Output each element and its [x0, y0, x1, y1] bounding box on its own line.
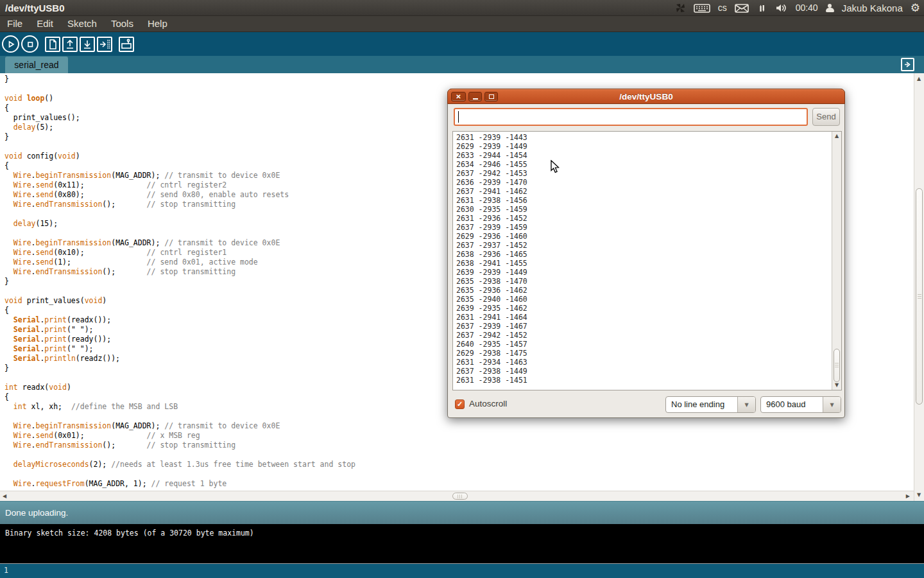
serial-monitor-window: /dev/ttyUSB0 ✕ Send 2631 -2939 -1443 262…	[447, 89, 845, 418]
right-arrow-icon	[903, 60, 912, 69]
serial-monitor-icon	[120, 38, 133, 51]
minimize-icon	[473, 98, 478, 100]
chevron-down-icon[interactable]: ▼	[737, 397, 755, 412]
console-line: Binary sketch size: 4208 bytes (of a 307…	[5, 529, 254, 538]
tab-serial-read[interactable]: serial_read	[5, 57, 68, 73]
close-button[interactable]: ✕	[451, 92, 466, 101]
user-icon	[826, 4, 834, 13]
down-arrow-icon	[81, 38, 94, 51]
session-gear-icon[interactable]: ⚙	[911, 0, 920, 16]
keyboard-layout-icon[interactable]	[694, 4, 710, 13]
focused-window-title: /dev/ttyUSB0	[5, 0, 65, 16]
menu-tools[interactable]: Tools	[104, 16, 141, 31]
code-line	[4, 469, 914, 479]
keyboard-layout-label[interactable]: cs	[718, 0, 727, 16]
code-line	[4, 450, 914, 460]
code-line: Wire.send(0x01); // x MSB reg	[4, 431, 914, 441]
code-line: Wire.beginTransmission(MAG_ADDR); // tra…	[4, 421, 914, 431]
scroll-left-icon[interactable]: ◀	[3, 494, 6, 499]
upload-arrow-icon	[98, 38, 111, 51]
volume-icon[interactable]	[775, 3, 788, 13]
menu-edit[interactable]: Edit	[30, 16, 60, 31]
upload-button[interactable]	[97, 37, 112, 52]
desktop-panel: /dev/ttyUSB0 cs	[0, 0, 924, 16]
menubar: FileEditSketchToolsHelp	[0, 16, 924, 32]
tab-menu-button[interactable]	[901, 58, 914, 71]
serial-vscroll-thumb[interactable]	[834, 349, 840, 382]
autoscroll-checkbox[interactable]: ✓	[455, 399, 465, 409]
applet-pinwheel-icon[interactable]	[675, 3, 686, 13]
menu-file[interactable]: File	[0, 16, 30, 31]
clock[interactable]: 00:40	[796, 0, 818, 16]
system-tray: cs 00:40 Jakub Kakona ⚙	[675, 0, 920, 16]
editor-hscrollbar[interactable]: ◀ ▶	[0, 491, 914, 501]
serial-input[interactable]	[454, 108, 808, 126]
serial-monitor-title: /dev/ttyUSB0	[448, 89, 844, 105]
code-line: Wire.endTransmission(); // stop transmit…	[4, 441, 914, 450]
new-file-icon	[46, 38, 59, 51]
code-line: Wire.requestFrom(MAG_ADDR, 1); // reques…	[4, 479, 914, 489]
open-sketch-button[interactable]	[62, 37, 78, 52]
scroll-down-icon[interactable]: ▼	[835, 383, 839, 388]
up-arrow-icon	[64, 38, 76, 51]
serial-monitor-button[interactable]	[119, 37, 134, 52]
stop-icon	[26, 40, 35, 49]
autoscroll-label[interactable]: Autoscroll	[469, 399, 507, 408]
scroll-right-icon[interactable]: ▶	[906, 494, 910, 499]
send-button[interactable]: Send	[812, 108, 840, 126]
save-sketch-button[interactable]	[80, 37, 95, 52]
status-bar: Done uploading.	[0, 501, 924, 524]
code-line: delayMicroseconds(2); //needs at least 1…	[4, 460, 914, 469]
baud-rate-value: 9600 baud	[761, 397, 823, 412]
serial-vscrollbar[interactable]: ▲ ▼	[832, 132, 841, 390]
scroll-up-icon[interactable]: ▲	[917, 76, 921, 82]
build-console: Binary sketch size: 4208 bytes (of a 307…	[0, 524, 924, 563]
line-indicator: 1	[0, 563, 924, 578]
screen: /dev/ttyUSB0 cs	[0, 0, 924, 578]
scroll-down-icon[interactable]: ▼	[917, 493, 921, 498]
maximize-button[interactable]	[484, 92, 498, 101]
verify-button[interactable]	[2, 35, 19, 53]
chevron-down-icon[interactable]: ▼	[823, 397, 841, 412]
serial-output-text: 2631 -2939 -1443 2629 -2939 -1449 2633 -…	[453, 132, 830, 390]
new-sketch-button[interactable]	[45, 37, 60, 52]
play-icon	[6, 40, 15, 49]
sync-arrows-icon[interactable]	[757, 3, 767, 13]
serial-monitor-titlebar[interactable]: /dev/ttyUSB0 ✕	[447, 89, 845, 104]
baud-rate-select[interactable]: 9600 baud ▼	[760, 396, 841, 413]
code-line: }	[4, 74, 914, 84]
tab-bar: serial_read	[0, 56, 924, 73]
editor-hscroll-thumb[interactable]	[452, 493, 468, 500]
close-icon: ✕	[456, 92, 461, 101]
scroll-up-icon[interactable]: ▲	[835, 134, 839, 139]
ide-toolbar	[0, 32, 924, 56]
editor-vscrollbar[interactable]: ▲ ▼	[914, 73, 924, 501]
mail-icon[interactable]	[735, 4, 749, 13]
stop-button[interactable]	[21, 35, 38, 53]
line-ending-select[interactable]: No line ending ▼	[665, 396, 756, 413]
maximize-icon	[489, 94, 494, 99]
user-menu[interactable]: Jakub Kakona	[842, 0, 903, 16]
editor-vscroll-thumb[interactable]	[916, 188, 923, 405]
checkmark-icon: ✓	[457, 400, 463, 408]
serial-output[interactable]: 2631 -2939 -1443 2629 -2939 -1449 2633 -…	[452, 131, 842, 390]
menu-sketch[interactable]: Sketch	[60, 16, 104, 31]
line-ending-value: No line ending	[666, 397, 737, 412]
text-caret	[458, 111, 459, 123]
menu-help[interactable]: Help	[141, 16, 175, 31]
minimize-button[interactable]	[468, 92, 482, 101]
mouse-cursor	[551, 160, 560, 173]
